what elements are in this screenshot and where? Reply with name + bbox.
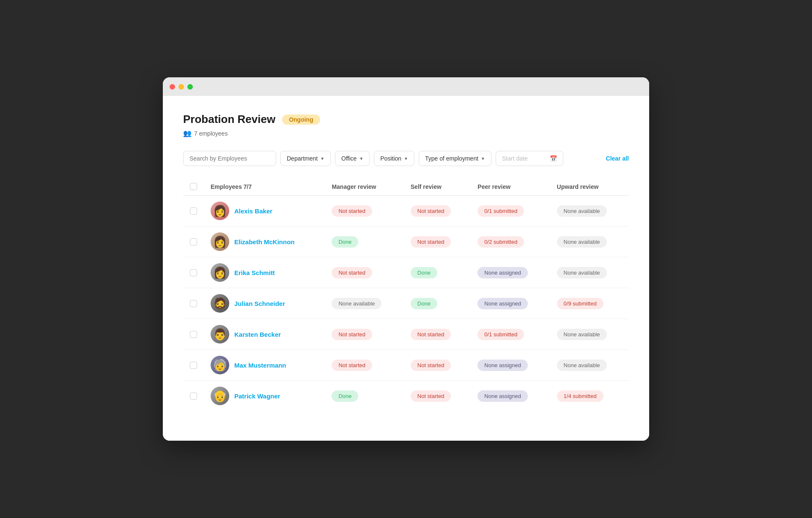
row-checkbox-cell xyxy=(183,350,204,381)
manager-review-badge[interactable]: Not started xyxy=(332,329,372,340)
row-checkbox-cell xyxy=(183,226,204,257)
avatar: 👨 xyxy=(211,325,229,344)
employee-name[interactable]: Erika Schmitt xyxy=(234,269,275,276)
minimize-dot[interactable] xyxy=(178,84,184,90)
peer-review-cell: 0/2 submitted xyxy=(471,226,550,257)
manager-review-badge[interactable]: Not started xyxy=(332,360,372,371)
row-checkbox[interactable] xyxy=(190,300,197,307)
start-date-input[interactable]: Start date 📅 xyxy=(496,151,563,166)
col-peer-review: Peer review xyxy=(471,178,550,196)
self-review-badge[interactable]: Not started xyxy=(411,360,451,371)
search-input[interactable] xyxy=(183,151,276,166)
upward-review-badge[interactable]: None available xyxy=(557,360,607,371)
self-review-cell: Done xyxy=(404,288,471,319)
chevron-down-icon: ▼ xyxy=(320,156,324,161)
self-review-cell: Not started xyxy=(404,196,471,226)
row-checkbox[interactable] xyxy=(190,238,197,245)
type-of-employment-filter[interactable]: Type of employment ▼ xyxy=(419,151,491,166)
employee-name[interactable]: Alexis Baker xyxy=(234,207,272,215)
avatar-emoji: 🧓 xyxy=(211,356,229,374)
upward-review-cell: 1/4 submitted xyxy=(550,381,629,412)
avatar: 👩 xyxy=(211,263,229,282)
manager-review-badge[interactable]: Not started xyxy=(332,267,372,278)
table-row: 👩 Elizabeth McKinnon Done Not started 0/… xyxy=(183,226,629,257)
table-body: 👩 Alexis Baker Not started Not started 0… xyxy=(183,196,629,412)
employee-cell: 👩 Elizabeth McKinnon xyxy=(204,226,325,257)
peer-review-badge[interactable]: None assigned xyxy=(477,390,528,402)
upward-review-cell: None available xyxy=(550,226,629,257)
peer-review-badge[interactable]: None assigned xyxy=(477,298,528,309)
avatar: 👴 xyxy=(211,387,229,405)
peer-review-badge[interactable]: 0/2 submitted xyxy=(477,236,524,248)
upward-review-cell: None available xyxy=(550,257,629,288)
table-row: 👩 Erika Schmitt Not started Done None as… xyxy=(183,257,629,288)
employee-name[interactable]: Patrick Wagner xyxy=(234,393,280,400)
employee-name[interactable]: Elizabeth McKinnon xyxy=(234,238,295,245)
employee-name[interactable]: Karsten Becker xyxy=(234,331,281,338)
row-checkbox[interactable] xyxy=(190,362,197,369)
manager-review-cell: Done xyxy=(325,381,403,412)
table-row: 👨 Karsten Becker Not started Not started… xyxy=(183,319,629,350)
peer-review-badge[interactable]: None assigned xyxy=(477,267,528,278)
avatar: 🧓 xyxy=(211,356,229,374)
self-review-badge[interactable]: Not started xyxy=(411,205,451,217)
employee-cell: 👴 Patrick Wagner xyxy=(204,381,325,412)
position-filter[interactable]: Position ▼ xyxy=(374,151,414,166)
upward-review-badge[interactable]: None available xyxy=(557,236,607,248)
page-title: Probation Review xyxy=(183,113,275,126)
row-checkbox[interactable] xyxy=(190,207,197,215)
office-filter[interactable]: Office ▼ xyxy=(335,151,370,166)
manager-review-badge[interactable]: Done xyxy=(332,390,358,402)
self-review-badge[interactable]: Not started xyxy=(411,390,451,402)
manager-review-cell: Not started xyxy=(325,319,403,350)
self-review-cell: Not started xyxy=(404,226,471,257)
select-all-header xyxy=(183,178,204,196)
self-review-cell: Not started xyxy=(404,319,471,350)
avatar-emoji: 👩 xyxy=(211,232,229,251)
chevron-down-icon: ▼ xyxy=(404,156,408,161)
peer-review-cell: None assigned xyxy=(471,381,550,412)
upward-review-cell: 0/9 submitted xyxy=(550,288,629,319)
department-filter[interactable]: Department ▼ xyxy=(280,151,331,166)
titlebar xyxy=(163,77,649,96)
upward-review-badge[interactable]: None available xyxy=(557,267,607,278)
table-header: Employees 7/7 Manager review Self review… xyxy=(183,178,629,196)
manager-review-badge[interactable]: None available xyxy=(332,298,381,309)
upward-review-badge[interactable]: None available xyxy=(557,329,607,340)
self-review-badge[interactable]: Not started xyxy=(411,236,451,248)
employee-cell: 👩 Erika Schmitt xyxy=(204,257,325,288)
row-checkbox[interactable] xyxy=(190,269,197,276)
self-review-badge[interactable]: Not started xyxy=(411,329,451,340)
peer-review-badge[interactable]: 0/1 submitted xyxy=(477,329,524,340)
chevron-down-icon: ▼ xyxy=(359,156,363,161)
filters-row: Department ▼ Office ▼ Position ▼ Type of… xyxy=(183,151,629,166)
self-review-cell: Not started xyxy=(404,381,471,412)
status-badge: Ongoing xyxy=(282,115,320,125)
upward-review-badge[interactable]: None available xyxy=(557,205,607,217)
row-checkbox-cell xyxy=(183,196,204,226)
self-review-badge[interactable]: Done xyxy=(411,267,437,278)
employee-name[interactable]: Max Mustermann xyxy=(234,362,286,369)
self-review-cell: Not started xyxy=(404,350,471,381)
close-dot[interactable] xyxy=(170,84,175,90)
upward-review-badge[interactable]: 1/4 submitted xyxy=(557,390,604,402)
select-all-checkbox[interactable] xyxy=(190,183,197,190)
col-self-review: Self review xyxy=(404,178,471,196)
upward-review-badge[interactable]: 0/9 submitted xyxy=(557,298,604,309)
peer-review-badge[interactable]: None assigned xyxy=(477,360,528,371)
clear-all-button[interactable]: Clear all xyxy=(606,155,629,162)
employees-icon: 👥 xyxy=(183,129,192,137)
main-content: Probation Review Ongoing 👥 7 employees D… xyxy=(163,96,649,441)
peer-review-badge[interactable]: 0/1 submitted xyxy=(477,205,524,217)
self-review-badge[interactable]: Done xyxy=(411,298,437,309)
subtitle-row: 👥 7 employees xyxy=(183,129,629,137)
employee-name[interactable]: Julian Schneider xyxy=(234,300,285,307)
avatar-emoji: 👩 xyxy=(211,202,229,220)
manager-review-badge[interactable]: Done xyxy=(332,236,358,248)
manager-review-badge[interactable]: Not started xyxy=(332,205,372,217)
calendar-icon: 📅 xyxy=(550,155,557,162)
row-checkbox[interactable] xyxy=(190,331,197,338)
maximize-dot[interactable] xyxy=(187,84,193,90)
table-row: 👴 Patrick Wagner Done Not started None a… xyxy=(183,381,629,412)
row-checkbox[interactable] xyxy=(190,393,197,400)
